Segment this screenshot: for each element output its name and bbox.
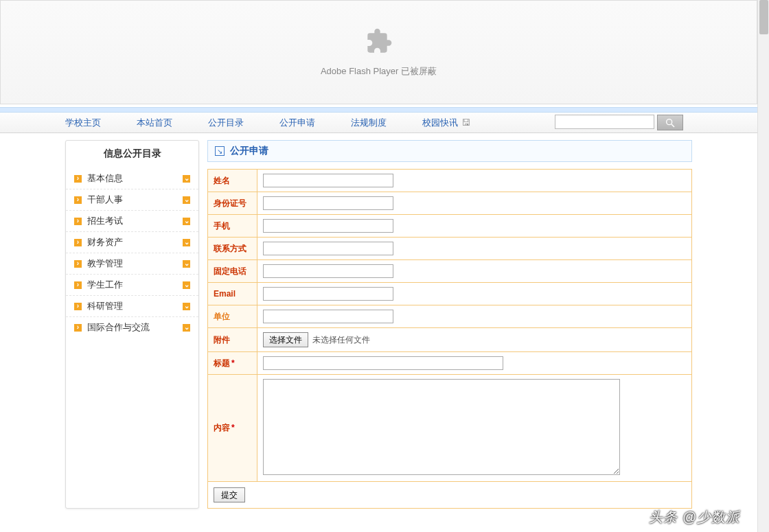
print-icon[interactable]: 🖫 (461, 117, 471, 127)
unit-input[interactable] (263, 310, 393, 323)
arrow-icon (74, 218, 82, 225)
label-unit: 单位 (208, 305, 257, 328)
arrow-icon (74, 281, 82, 289)
nav-school-home[interactable]: 学校主页 (65, 117, 101, 129)
sidebar-item-teaching[interactable]: 教学管理 (66, 253, 198, 275)
sidebar-title: 信息公开目录 (66, 141, 198, 168)
sidebar-item-basic[interactable]: 基本信息 (66, 168, 198, 189)
sidebar-item-label: 学生工作 (87, 279, 183, 291)
sidebar-item-student[interactable]: 学生工作 (66, 275, 198, 296)
label-idnumber: 身份证号 (208, 192, 257, 215)
label-contact: 联系方式 (208, 238, 257, 260)
sidebar-item-research[interactable]: 科研管理 (66, 296, 198, 317)
search-icon (665, 117, 676, 128)
flash-blocked-banner: Adobe Flash Player 已被屏蔽 (0, 0, 757, 104)
nav-campus-news[interactable]: 校园快讯 (422, 117, 458, 129)
phone-input[interactable] (263, 264, 393, 278)
nav-catalog[interactable]: 公开目录 (208, 117, 244, 129)
arrow-icon (74, 196, 82, 204)
mobile-input[interactable] (263, 219, 393, 233)
email-input[interactable] (263, 287, 393, 301)
chevron-down-icon (183, 281, 190, 289)
title-input[interactable] (263, 356, 503, 370)
nav-site-home[interactable]: 本站首页 (137, 117, 172, 129)
scrollbar-thumb[interactable] (759, 0, 768, 34)
submit-button[interactable]: 提交 (214, 487, 245, 502)
label-mobile: 手机 (208, 215, 257, 238)
name-input[interactable] (263, 174, 393, 187)
sidebar-item-personnel[interactable]: 干部人事 (66, 189, 198, 211)
arrow-icon (74, 239, 82, 246)
panel-arrow-icon: ↘ (215, 146, 225, 156)
label-phone: 固定电话 (208, 260, 257, 283)
chevron-down-icon (183, 324, 190, 332)
label-content: 内容* (208, 375, 257, 482)
svg-point-0 (667, 119, 672, 124)
flash-blocked-text: Adobe Flash Player 已被屏蔽 (321, 65, 437, 78)
nav-apply[interactable]: 公开申请 (279, 117, 315, 129)
label-email: Email (208, 283, 257, 305)
form-panel: ↘ 公开申请 姓名 身份证号 手机 联系方式 固定电话 Email 单位 附件选… (207, 140, 692, 509)
chevron-down-icon (183, 218, 190, 225)
separator (0, 107, 757, 113)
navbar: 学校主页 本站首页 公开目录 公开申请 法规制度 校园快讯 🖫 (0, 113, 757, 133)
sidebar-item-international[interactable]: 国际合作与交流 (66, 317, 198, 338)
arrow-icon (74, 324, 82, 332)
sidebar-item-label: 教学管理 (87, 257, 183, 270)
search-input[interactable] (555, 115, 654, 129)
sidebar-item-label: 科研管理 (87, 300, 183, 312)
form-table: 姓名 身份证号 手机 联系方式 固定电话 Email 单位 附件选择文件未选择任… (207, 169, 692, 509)
sidebar-item-finance[interactable]: 财务资产 (66, 232, 198, 253)
panel-title: 公开申请 (230, 145, 268, 157)
idnumber-input[interactable] (263, 196, 393, 210)
chevron-down-icon (183, 196, 190, 204)
sidebar-item-admission[interactable]: 招生考试 (66, 211, 198, 232)
label-title: 标题* (208, 352, 257, 375)
label-attachment: 附件 (208, 328, 257, 352)
sidebar-item-label: 招生考试 (87, 215, 183, 227)
contact-input[interactable] (263, 242, 393, 255)
chevron-down-icon (183, 239, 190, 246)
watermark: 头条 @少数派 (649, 508, 740, 527)
chevron-down-icon (183, 260, 190, 268)
svg-line-1 (672, 124, 674, 127)
content-textarea[interactable] (263, 379, 620, 475)
choose-file-button[interactable]: 选择文件 (263, 332, 308, 347)
arrow-icon (74, 303, 82, 310)
sidebar: 信息公开目录 基本信息 干部人事 招生考试 财务资产 教学管理 学生工作 科研管… (65, 140, 199, 509)
sidebar-item-label: 基本信息 (87, 172, 183, 185)
chevron-down-icon (183, 175, 190, 183)
arrow-icon (74, 260, 82, 268)
sidebar-item-label: 干部人事 (87, 194, 183, 206)
file-hint: 未选择任何文件 (312, 335, 370, 345)
panel-header: ↘ 公开申请 (207, 140, 692, 162)
puzzle-icon (365, 27, 393, 55)
sidebar-item-label: 财务资产 (87, 236, 183, 248)
nav-regulations[interactable]: 法规制度 (351, 117, 387, 129)
search-button[interactable] (657, 115, 683, 130)
arrow-icon (74, 175, 82, 183)
scrollbar[interactable]: ▴ (757, 0, 769, 532)
chevron-down-icon (183, 303, 190, 310)
label-name: 姓名 (208, 170, 257, 192)
sidebar-item-label: 国际合作与交流 (87, 321, 183, 334)
